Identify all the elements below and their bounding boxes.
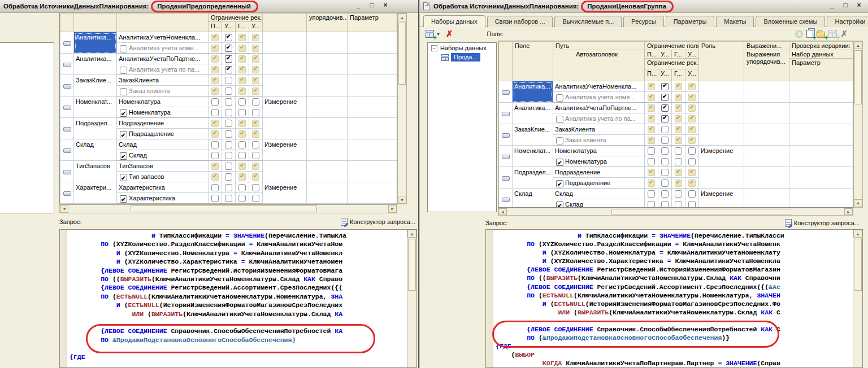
restriction-cell[interactable] [645,81,658,92]
field-cell[interactable]: Подраздел... [513,167,553,189]
checkbox[interactable] [225,77,232,84]
add-folder-icon[interactable]: + [817,30,825,38]
row-indicator-cell[interactable] [499,189,513,208]
checkbox[interactable] [675,190,682,198]
auto-title-cell[interactable]: Номенклатура [553,156,645,167]
checkbox[interactable] [688,104,696,112]
hierarchy-cell[interactable] [789,103,853,124]
scrollbar-thumb[interactable] [854,50,862,104]
restriction-cell[interactable] [685,113,699,124]
row-indicator-cell[interactable] [60,161,74,182]
restriction-cell[interactable] [222,129,236,139]
role-cell[interactable]: Измерение [263,139,307,161]
restriction-cell[interactable] [236,64,249,75]
auto-title-cell[interactable]: Аналитика учета по па... [553,113,645,124]
checkbox[interactable] [211,77,219,84]
restriction-cell[interactable] [222,150,236,161]
maximize-icon[interactable]: □ [367,2,376,10]
hierarchy-cell[interactable] [789,189,853,208]
restriction-cell[interactable] [209,139,222,150]
restriction-cell[interactable] [249,64,263,75]
checkbox[interactable] [238,195,246,202]
restriction-cell[interactable] [672,146,685,156]
scroll-down-icon[interactable]: ▼ [854,199,862,207]
restriction-cell[interactable] [236,54,249,64]
checkbox[interactable] [238,87,246,95]
restriction-cell[interactable] [685,199,699,208]
scrollbar-thumb[interactable] [131,205,317,212]
restriction-cell[interactable] [236,107,249,118]
auto-title-checkbox[interactable] [120,174,127,181]
path-cell[interactable]: Номенклатура [553,146,645,156]
auto-title-cell[interactable]: Тип запасов [117,172,209,182]
checkbox[interactable] [238,98,246,106]
checkbox[interactable] [252,77,259,84]
checkbox[interactable] [688,126,696,133]
scroll-up-icon[interactable]: ▲ [854,41,862,49]
right-editor-vscrollbar[interactable]: ▲ [853,230,862,368]
hierarchy-cell[interactable] [348,75,397,97]
restriction-cell[interactable] [685,156,699,167]
restriction-cell[interactable] [249,129,263,139]
checkbox[interactable] [675,158,682,165]
checkbox[interactable] [211,87,219,95]
expression-cell[interactable] [744,81,789,103]
auto-title-checkbox[interactable] [120,67,127,74]
restriction-cell[interactable] [645,178,658,189]
query-builder-link[interactable]: Конструктор запроса... [341,218,415,226]
auto-title-checkbox[interactable] [556,116,563,123]
restriction-cell[interactable] [685,124,699,135]
restriction-cell[interactable] [209,129,222,139]
left-table-hscrollbar[interactable]: ◄ ► [59,204,397,213]
field-cell[interactable]: Подраздел... [74,118,117,139]
checkbox[interactable] [648,94,655,101]
auto-title-cell[interactable]: Номенклатура [117,107,209,118]
scroll-left-icon[interactable]: ◄ [498,208,507,215]
row-indicator-cell[interactable] [60,32,74,54]
restriction-cell[interactable] [222,97,236,107]
auto-title-cell[interactable]: Склад [117,150,209,161]
restriction-cell[interactable] [685,92,699,103]
scroll-right-icon[interactable]: ► [388,205,397,213]
checkbox[interactable] [211,55,219,63]
checkbox[interactable] [225,141,232,148]
restriction-cell[interactable] [249,32,263,43]
auto-title-checkbox[interactable] [120,152,127,160]
tab-1[interactable]: Наборы данных [423,15,485,27]
checkbox[interactable] [675,137,682,144]
auto-title-checkbox[interactable] [556,180,563,187]
checkbox[interactable] [661,94,669,101]
checkbox[interactable] [661,137,669,144]
restriction-cell[interactable] [236,86,249,97]
checkbox[interactable] [225,195,232,202]
checkbox[interactable] [225,45,232,52]
restriction-cell[interactable] [645,189,658,199]
checkbox[interactable] [225,55,232,63]
close-icon[interactable]: × [854,2,863,10]
restriction-cell[interactable] [209,150,222,161]
restriction-cell[interactable] [658,124,672,135]
delete-dataset-icon[interactable]: ✗ [445,30,454,38]
field-cell[interactable]: Характери... [74,182,117,204]
checkbox[interactable] [252,45,259,52]
restriction-cell[interactable] [658,199,672,208]
scroll-right-icon[interactable]: ► [844,208,853,215]
restriction-cell[interactable] [222,64,236,75]
tab-2[interactable]: Связи наборов ... [487,16,553,27]
expression-cell[interactable] [744,189,789,208]
checkbox[interactable] [648,179,655,187]
restriction-cell[interactable] [658,135,672,146]
restriction-cell[interactable] [249,193,263,204]
restriction-cell[interactable] [658,178,672,189]
restriction-cell[interactable] [236,118,249,129]
scrollbar-thumb[interactable] [611,209,792,214]
expression-cell[interactable] [744,146,789,167]
restriction-cell[interactable] [222,193,236,204]
restriction-cell[interactable] [672,156,685,167]
restriction-cell[interactable] [209,64,222,75]
field-cell[interactable]: ЗаказКлие... [74,75,117,97]
role-cell[interactable] [263,118,307,139]
hierarchy-cell[interactable] [789,124,853,146]
checkbox[interactable] [238,130,246,138]
path-cell[interactable]: АналитикаУчетаНоменкла... [117,32,209,43]
